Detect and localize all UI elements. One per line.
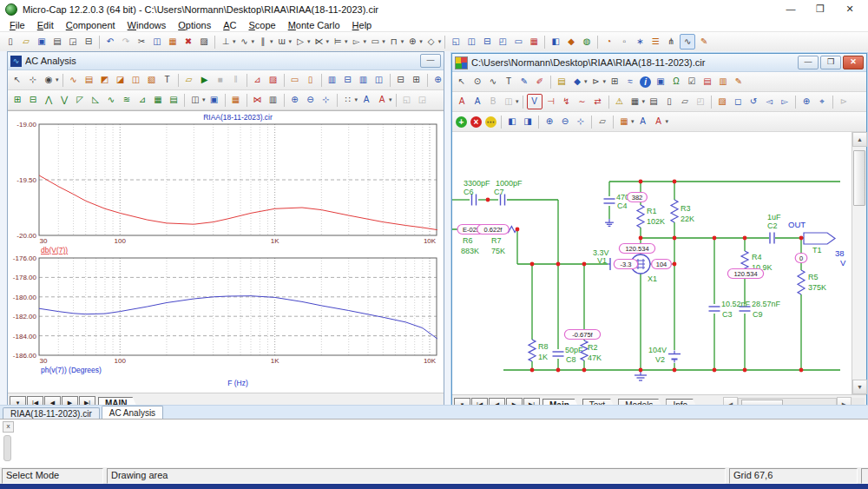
copy-front-icon[interactable]: ◧ xyxy=(505,115,519,129)
delete-icon[interactable]: ✖ xyxy=(181,35,195,49)
find-part-icon[interactable]: ⊕ xyxy=(799,95,813,109)
calculator-icon[interactable]: ▦ xyxy=(527,35,541,49)
close-button[interactable]: ✕ xyxy=(835,0,865,18)
web-update-icon[interactable]: ◍ xyxy=(580,35,594,49)
attribute-text-icon[interactable]: A xyxy=(455,95,469,109)
arrange-windows-icon[interactable]: ◰ xyxy=(496,35,510,49)
font-color-icon[interactable]: A xyxy=(375,93,389,107)
mosfet-dropdown[interactable]: ▾ xyxy=(345,38,348,45)
repair-icon[interactable]: ⋔ xyxy=(664,35,678,49)
color-palette-icon[interactable]: ▦ xyxy=(617,115,631,129)
page-copy-icon[interactable]: ▱ xyxy=(678,95,692,109)
tile-horizontal-icon[interactable]: ⊟ xyxy=(480,35,494,49)
flip-y-icon[interactable]: ◅ xyxy=(762,95,776,109)
power-icon[interactable]: ↯ xyxy=(560,95,574,109)
meter-icon[interactable]: ⊕ xyxy=(405,35,419,49)
info-icon[interactable]: i xyxy=(640,76,651,88)
go-to-flag-icon[interactable]: ⊳ xyxy=(837,95,851,109)
zoom-in-icon[interactable]: ⊕ xyxy=(288,93,302,107)
rotate-icon[interactable]: ↺ xyxy=(746,95,760,109)
capacitor-dropdown[interactable]: ▾ xyxy=(270,38,273,45)
redo-icon[interactable]: ↷ xyxy=(119,35,133,49)
clipboard-waveform-icon[interactable]: ◫ xyxy=(188,93,202,107)
stop-icon[interactable]: ■ xyxy=(214,73,227,87)
font-style-dropdown[interactable]: ▾ xyxy=(666,118,669,125)
message-scroll-thumb[interactable] xyxy=(3,435,11,461)
stamp-icon[interactable]: ▨ xyxy=(715,95,729,109)
menu-ac[interactable]: AC xyxy=(217,20,242,30)
check-box-icon[interactable]: ☑ xyxy=(685,75,699,89)
copy-icon[interactable]: ◫ xyxy=(150,35,164,49)
select-mode-icon[interactable]: ↖ xyxy=(455,75,469,89)
page-view-icon[interactable]: ▱ xyxy=(595,115,609,129)
go-to-branch-icon[interactable]: ▦ xyxy=(229,93,243,107)
menu-file[interactable]: File xyxy=(3,20,31,30)
low-icon[interactable]: ◺ xyxy=(89,93,102,107)
grid-options-icon[interactable]: ∷ xyxy=(341,93,355,107)
maximize-button[interactable]: ❒ xyxy=(806,0,835,18)
meter-dropdown[interactable]: ▾ xyxy=(419,38,423,45)
print-icon[interactable]: ⊟ xyxy=(82,35,95,49)
data-points-icon[interactable]: ⊿ xyxy=(251,73,265,87)
pin-connections-icon[interactable]: ⇄ xyxy=(591,95,605,109)
ground-icon[interactable]: ⊥ xyxy=(219,35,233,49)
undo-icon[interactable]: ↶ xyxy=(103,35,117,49)
ground-dropdown[interactable]: ▾ xyxy=(233,38,236,45)
sine-source-icon[interactable]: ∿ xyxy=(238,35,252,49)
point-tag-icon[interactable]: ◫ xyxy=(129,73,143,87)
cascade-windows-icon[interactable]: ◱ xyxy=(449,35,463,49)
flip-x-icon[interactable]: ▻ xyxy=(778,95,792,109)
zoom-in-icon[interactable]: ⊕ xyxy=(542,115,556,129)
text-mode-icon[interactable]: T xyxy=(161,73,174,87)
save-file-icon[interactable]: ▣ xyxy=(35,35,49,49)
waveform-buffer-icon[interactable]: ▧ xyxy=(145,73,159,87)
zoom-in-x-icon[interactable]: ⊕ xyxy=(431,73,444,87)
ac-minimize-button[interactable]: — xyxy=(420,54,441,68)
overlay-windows-icon[interactable]: ▭ xyxy=(511,35,525,49)
format-icon[interactable]: ▣ xyxy=(207,93,221,107)
sch-maximize-button[interactable]: ❒ xyxy=(820,56,841,69)
preferences-icon[interactable]: ∗ xyxy=(633,35,647,49)
pulse-source-dropdown[interactable]: ▾ xyxy=(401,38,404,45)
copy-picture-icon[interactable]: ◫ xyxy=(502,95,516,109)
valley-tag-icon[interactable]: ⊟ xyxy=(26,93,40,107)
zoom-out-icon[interactable]: ⊖ xyxy=(558,115,572,129)
vertical-scrollbar[interactable]: ▲ ▼ xyxy=(852,132,865,394)
tracker-both-icon[interactable]: ◫ xyxy=(372,73,386,87)
color-palette-dropdown[interactable]: ▾ xyxy=(631,118,635,125)
menu-edit[interactable]: Edit xyxy=(31,20,60,30)
animated-part-dropdown[interactable]: ▾ xyxy=(438,38,442,45)
conditions-icon[interactable]: ∼ xyxy=(575,95,589,109)
capacitor-icon[interactable]: ∥ xyxy=(256,35,270,49)
tracker-horizontal-icon[interactable]: ⊟ xyxy=(341,73,355,87)
menu-help[interactable]: Help xyxy=(346,20,378,30)
find-icon[interactable]: ⌖ xyxy=(815,95,829,109)
tile-vertical-icon[interactable]: ◫ xyxy=(464,35,478,49)
split-panel-icon[interactable]: ◧ xyxy=(549,35,562,49)
doc-tab-ac-analysis[interactable]: AC Analysis xyxy=(102,406,163,420)
wire-mode-icon[interactable]: ∿ xyxy=(486,75,500,89)
menu-options[interactable]: Options xyxy=(172,20,217,30)
global-low-icon[interactable]: ⊿ xyxy=(135,93,149,107)
thumbnail-icon[interactable]: ⊞ xyxy=(410,73,424,87)
paste-icon[interactable]: ▦ xyxy=(166,35,180,49)
mosfet-icon[interactable]: ⊨ xyxy=(331,35,345,49)
help-on-part-icon[interactable]: ▣ xyxy=(654,75,667,89)
pick-mode-icon[interactable]: ✐ xyxy=(533,75,547,89)
step-box-icon[interactable]: ⊳ xyxy=(589,75,603,89)
peak-tag-icon[interactable]: ⊞ xyxy=(10,93,24,107)
step-box-dropdown[interactable]: ▾ xyxy=(603,78,607,85)
properties-icon[interactable]: ▱ xyxy=(182,73,196,87)
slider-icon[interactable]: ▫ xyxy=(617,35,631,49)
opamp-icon[interactable]: ▻ xyxy=(350,35,364,49)
component-browser-icon[interactable]: ◆ xyxy=(564,35,578,49)
transistor-dropdown[interactable]: ▾ xyxy=(326,38,330,45)
save-as-icon[interactable]: ▤ xyxy=(50,35,64,49)
cursor-positions-icon[interactable]: ⋈ xyxy=(251,93,265,107)
menu-monte-carlo[interactable]: Monte Carlo xyxy=(282,20,346,30)
digital-path-icon[interactable]: Ω xyxy=(669,75,683,89)
plot-canvas[interactable]: RIAA(18-11-2023).cir-19.00-19.50-20.0030… xyxy=(8,111,440,391)
go-to-x-icon[interactable]: ▦ xyxy=(151,93,165,107)
select-mode-icon[interactable]: ↖ xyxy=(10,73,24,87)
scroll-track[interactable] xyxy=(852,147,865,380)
